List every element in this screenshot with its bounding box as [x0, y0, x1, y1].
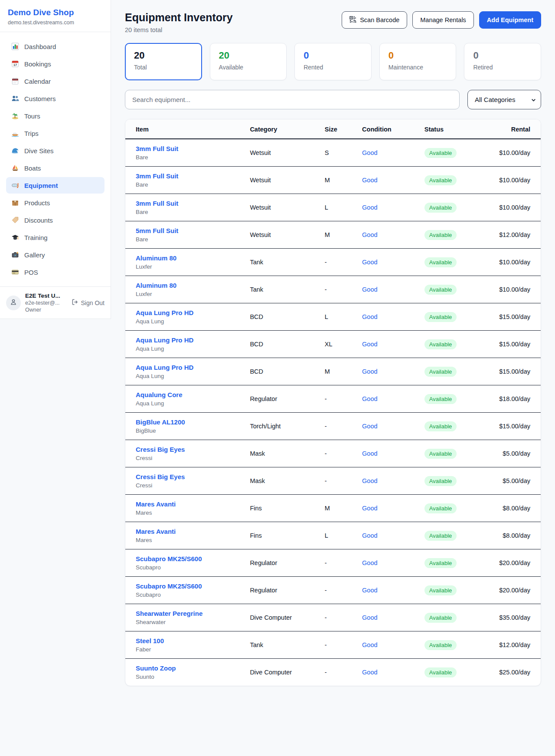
item-condition-link[interactable]: Good — [362, 477, 377, 484]
stat-card-available[interactable]: 20 Available — [210, 43, 287, 80]
item-link[interactable]: 3mm Full Suit — [136, 200, 178, 207]
item-link[interactable]: Mares Avanti — [136, 528, 176, 535]
item-link[interactable]: Aqua Lung Pro HD — [136, 336, 193, 344]
stat-card-total[interactable]: 20 Total — [125, 43, 202, 80]
item-condition-link[interactable]: Good — [362, 395, 377, 402]
category-select[interactable]: All Categories — [467, 90, 541, 109]
item-link[interactable]: Suunto Zoop — [136, 664, 176, 672]
stat-label: Total — [134, 64, 193, 71]
item-link[interactable]: Scubapro MK25/S600 — [136, 582, 202, 590]
page-header: Equipment Inventory 20 items total — [125, 11, 541, 33]
sidebar-item-pos[interactable]: POS — [6, 264, 104, 280]
item-condition-link[interactable]: Good — [362, 450, 377, 457]
item-size: XL — [325, 331, 362, 358]
column-header-item: Item — [125, 119, 250, 139]
item-rental: $15.00/day — [491, 413, 541, 440]
item-condition-link[interactable]: Good — [362, 286, 377, 293]
search-input[interactable] — [125, 90, 460, 109]
item-link[interactable]: Cressi Big Eyes — [136, 473, 185, 480]
item-link[interactable]: Steel 100 — [136, 637, 164, 644]
item-size: - — [325, 413, 362, 440]
sidebar-item-products[interactable]: Products — [6, 194, 104, 211]
stat-card-maintenance[interactable]: 0 Maintenance — [379, 43, 457, 80]
item-link[interactable]: Scubapro MK25/S600 — [136, 555, 202, 562]
sidebar-item-dive-sites[interactable]: Dive Sites — [6, 142, 104, 159]
item-rental: $15.00/day — [491, 331, 541, 358]
item-rental: $25.00/day — [491, 659, 541, 686]
item-link[interactable]: 5mm Full Suit — [136, 227, 178, 234]
sidebar-item-equipment[interactable]: Equipment — [6, 177, 104, 194]
item-link[interactable]: 3mm Full Suit — [136, 145, 178, 152]
item-link[interactable]: Shearwater Peregrine — [136, 610, 202, 617]
item-category: Wetsuit — [250, 194, 324, 221]
item-condition-link[interactable]: Good — [362, 259, 377, 266]
stat-card-retired[interactable]: 0 Retired — [464, 43, 541, 80]
item-link[interactable]: Aqua Lung Pro HD — [136, 309, 193, 316]
item-condition-link[interactable]: Good — [362, 204, 377, 211]
manage-rentals-button[interactable]: Manage Rentals — [412, 11, 474, 29]
item-condition-link[interactable]: Good — [362, 149, 377, 156]
scan-barcode-button[interactable]: Scan Barcode — [342, 11, 407, 29]
brand-title[interactable]: Demo Dive Shop — [8, 8, 103, 17]
add-equipment-button[interactable]: Add Equipment — [479, 11, 541, 29]
item-size: - — [325, 467, 362, 495]
item-condition-link[interactable]: Good — [362, 641, 377, 648]
sidebar-item-bookings[interactable]: 17 Bookings — [6, 56, 104, 72]
item-link[interactable]: Aluminum 80 — [136, 282, 176, 289]
table-row: Scubapro MK25/S600 Scubapro Regulator - … — [125, 549, 541, 577]
qr-scan-icon — [349, 16, 356, 24]
stat-card-rented[interactable]: 0 Rented — [294, 43, 372, 80]
sidebar-item-discounts[interactable]: Discounts — [6, 212, 104, 228]
stats-row: 20 Total 20 Available 0 Rented 0 Mainten… — [125, 43, 541, 80]
status-badge: Available — [424, 203, 457, 213]
person-icon — [10, 298, 17, 308]
camera-icon — [11, 251, 19, 259]
table-row: Mares Avanti Mares Fins L Good Available… — [125, 522, 541, 549]
add-equipment-label: Add Equipment — [487, 16, 533, 23]
item-link[interactable]: BigBlue AL1200 — [136, 418, 185, 426]
item-condition-link[interactable]: Good — [362, 423, 377, 430]
item-brand: Scubapro — [136, 564, 250, 571]
item-link[interactable]: Cressi Big Eyes — [136, 446, 185, 453]
item-brand: Cressi — [136, 455, 250, 461]
logout-icon — [72, 299, 78, 307]
item-condition-link[interactable]: Good — [362, 177, 377, 184]
item-category: Regulator — [250, 549, 324, 577]
sidebar-item-training[interactable]: Training — [6, 229, 104, 246]
item-condition-link[interactable]: Good — [362, 669, 377, 676]
item-condition-link[interactable]: Good — [362, 614, 377, 621]
item-condition-link[interactable]: Good — [362, 559, 377, 566]
item-condition-link[interactable]: Good — [362, 231, 377, 238]
sidebar-item-gallery[interactable]: Gallery — [6, 247, 104, 263]
item-size: S — [325, 139, 362, 167]
sidebar-item-dashboard[interactable]: Dashboard — [6, 38, 104, 55]
item-rental: $18.00/day — [491, 385, 541, 413]
item-link[interactable]: Aqua Lung Pro HD — [136, 364, 193, 371]
item-link[interactable]: Aluminum 80 — [136, 254, 176, 262]
item-condition-link[interactable]: Good — [362, 532, 377, 539]
item-condition-link[interactable]: Good — [362, 505, 377, 512]
item-condition-link[interactable]: Good — [362, 313, 377, 320]
sidebar-item-tours[interactable]: Tours — [6, 108, 104, 124]
item-rental: $10.00/day — [491, 167, 541, 194]
sidebar-item-boats[interactable]: Boats — [6, 160, 104, 176]
sidebar-item-calendar[interactable]: Calendar — [6, 73, 104, 89]
stat-label: Rented — [304, 64, 362, 71]
status-badge: Available — [424, 640, 457, 650]
item-size: - — [325, 631, 362, 659]
item-condition-link[interactable]: Good — [362, 368, 377, 375]
sidebar-item-trips[interactable]: Trips — [6, 125, 104, 141]
item-size: M — [325, 495, 362, 522]
table-row: Aqua Lung Pro HD Aqua Lung BCD M Good Av… — [125, 358, 541, 385]
item-category: Tank — [250, 249, 324, 276]
item-condition-link[interactable]: Good — [362, 587, 377, 594]
sign-out-button[interactable]: Sign Out — [72, 299, 104, 307]
item-brand: Bare — [136, 154, 250, 161]
item-condition-link[interactable]: Good — [362, 341, 377, 348]
item-link[interactable]: 3mm Full Suit — [136, 172, 178, 180]
item-link[interactable]: Mares Avanti — [136, 500, 176, 508]
sidebar-item-customers[interactable]: Customers — [6, 90, 104, 107]
item-link[interactable]: Aqualung Core — [136, 391, 183, 398]
item-category: Tank — [250, 631, 324, 659]
status-badge: Available — [424, 285, 457, 295]
